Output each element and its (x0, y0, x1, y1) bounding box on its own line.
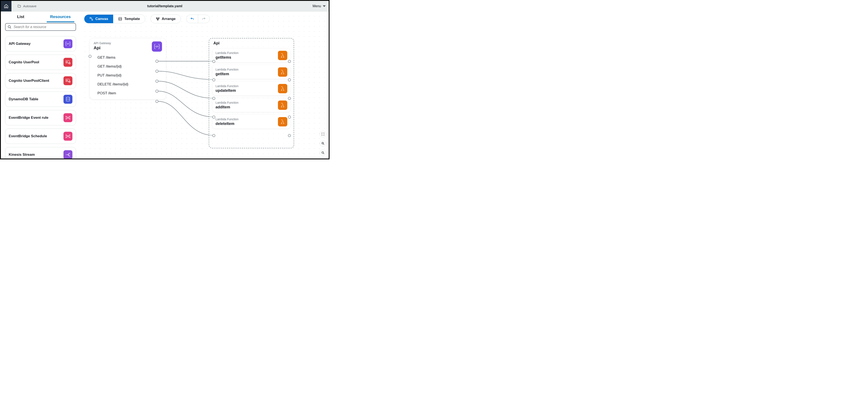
cognito-icon (63, 58, 72, 67)
autosave-indicator: Autosave (18, 4, 36, 8)
svg-point-8 (66, 97, 70, 98)
search-input-wrapper[interactable] (5, 23, 76, 31)
lambda-node-updateItem[interactable]: Lambda Function updateItem (213, 82, 290, 95)
node-name: Api (94, 46, 111, 50)
resource-item-api-gateway[interactable]: API Gateway (5, 36, 76, 52)
resource-label: Cognito UserPoolClient (9, 79, 49, 83)
resource-item-eventbridge[interactable]: EventBridge Schedule (5, 128, 76, 144)
redo-icon (202, 17, 206, 21)
port-lambda-2-out[interactable] (288, 97, 291, 100)
search-input[interactable] (13, 25, 73, 29)
resource-item-cognito[interactable]: Cognito UserPoolClient (5, 73, 76, 88)
resource-label: Kinesis Stream (9, 153, 35, 157)
arrange-button[interactable]: Arrange (151, 14, 181, 23)
template-icon (118, 17, 122, 21)
menu-label: Menu (313, 4, 321, 8)
tab-resources[interactable]: Resources (40, 11, 80, 22)
resource-item-kinesis[interactable]: Kinesis Stream (5, 147, 76, 158)
node-type: Lambda Function (216, 68, 239, 71)
resource-item-dynamodb[interactable]: DynamoDB Table (5, 92, 76, 107)
port-ep-3[interactable] (155, 90, 158, 93)
lambda-icon (278, 67, 287, 77)
zoom-out-button[interactable] (320, 150, 326, 156)
svg-rect-24 (157, 19, 158, 21)
node-type: Lambda Function (216, 51, 239, 55)
port-ep-2[interactable] (155, 80, 158, 83)
api-group[interactable]: Api Lambda Function getItems Lambda Func… (209, 38, 294, 148)
tab-list[interactable]: List (1, 11, 40, 22)
resource-label: EventBridge Schedule (9, 134, 47, 138)
resource-label: Cognito UserPool (9, 60, 39, 64)
port-lambda-3-in[interactable] (212, 116, 215, 119)
port-lambda-1-out[interactable] (288, 79, 291, 81)
port-ep-1[interactable] (155, 70, 158, 73)
node-name: getItem (216, 72, 239, 76)
zoom-out-icon (321, 151, 324, 154)
lambda-node-getItems[interactable]: Lambda Function getItems (213, 49, 290, 62)
home-button[interactable] (1, 1, 11, 11)
node-type: Lambda Function (216, 84, 239, 88)
port-lambda-1-in[interactable] (212, 79, 215, 81)
node-name: getItems (216, 55, 239, 60)
resource-label: API Gateway (9, 42, 31, 46)
undo-button[interactable] (186, 15, 198, 23)
chevron-down-icon (323, 5, 326, 7)
endpoint-row[interactable]: GET /items/{id} (97, 64, 162, 69)
template-view-button[interactable]: Template (113, 14, 145, 23)
zoom-in-button[interactable] (320, 140, 326, 147)
canvas-view-button[interactable]: Canvas (84, 14, 113, 23)
port-ep-0[interactable] (155, 60, 158, 63)
port-lambda-4-in[interactable] (212, 134, 215, 137)
search-icon (8, 25, 11, 29)
node-type: Lambda Function (216, 118, 239, 121)
port-api-left[interactable] (89, 55, 92, 58)
canvas[interactable]: Canvas Template Arrange (80, 11, 329, 158)
dynamodb-icon (63, 95, 72, 104)
folder-icon (18, 4, 21, 8)
canvas-toolbar: Canvas Template Arrange (84, 14, 210, 23)
zoom-in-icon (321, 142, 324, 145)
api-gateway-icon (152, 41, 162, 52)
endpoint-row[interactable]: POST /item (97, 91, 162, 95)
endpoint-row[interactable]: GET /items (97, 56, 162, 60)
port-lambda-4-out[interactable] (288, 134, 291, 137)
svg-line-26 (323, 144, 324, 145)
port-lambda-0-in[interactable] (212, 60, 215, 63)
endpoint-row[interactable]: DELETE /items/{id} (97, 82, 162, 87)
lambda-icon (278, 51, 287, 60)
resource-item-cognito[interactable]: Cognito UserPool (5, 55, 76, 70)
port-lambda-2-in[interactable] (212, 97, 215, 100)
resource-item-eventbridge[interactable]: EventBridge Event rule (5, 110, 76, 125)
sidebar: List Resources API Gateway Cognito UserP… (1, 11, 80, 158)
resource-label: DynamoDB Table (9, 97, 38, 101)
node-type: API Gateway (94, 41, 111, 45)
fit-view-button[interactable] (320, 131, 326, 137)
lambda-node-addItem[interactable]: Lambda Function addItem (213, 98, 290, 112)
node-name: updateItem (216, 88, 239, 93)
api-gateway-node[interactable]: API Gateway Api GET /itemsGET /items/{id… (90, 38, 166, 99)
page-title: tutorial/template.yaml (147, 4, 182, 8)
port-lambda-3-out[interactable] (288, 116, 291, 119)
lambda-node-getItem[interactable]: Lambda Function getItem (213, 65, 290, 79)
node-name: deleteItem (216, 122, 239, 126)
lambda-node-deleteItem[interactable]: Lambda Function deleteItem (213, 115, 290, 128)
port-lambda-0-out[interactable] (288, 60, 291, 63)
redo-button[interactable] (198, 15, 210, 23)
endpoint-row[interactable]: PUT /items/{id} (97, 73, 162, 78)
canvas-icon (89, 17, 93, 21)
svg-line-30 (323, 153, 324, 154)
svg-point-0 (8, 26, 10, 28)
cognito-icon (63, 76, 72, 85)
port-ep-4[interactable] (155, 100, 158, 103)
undo-icon (190, 17, 194, 21)
menu-button[interactable]: Menu (313, 4, 326, 8)
fit-icon (321, 132, 324, 136)
eventbridge-icon (63, 132, 72, 141)
arrange-icon (156, 17, 160, 21)
svg-rect-23 (158, 18, 159, 19)
resource-label: EventBridge Event rule (9, 116, 49, 120)
home-icon (4, 4, 8, 8)
eventbridge-icon (63, 113, 72, 122)
top-bar: Autosave tutorial/template.yaml Menu (1, 1, 329, 11)
group-title: Api (213, 41, 290, 46)
